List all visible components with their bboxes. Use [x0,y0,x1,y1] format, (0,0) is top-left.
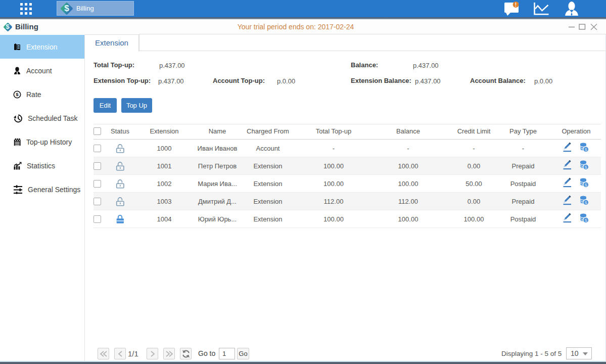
svg-text:!: ! [515,2,517,8]
svg-text:$: $ [584,200,587,205]
svg-text:$: $ [584,217,587,222]
svg-text:$: $ [584,182,587,187]
svg-text:$: $ [16,92,19,97]
svg-text:$: $ [584,147,587,152]
svg-text:$: $ [584,164,587,169]
